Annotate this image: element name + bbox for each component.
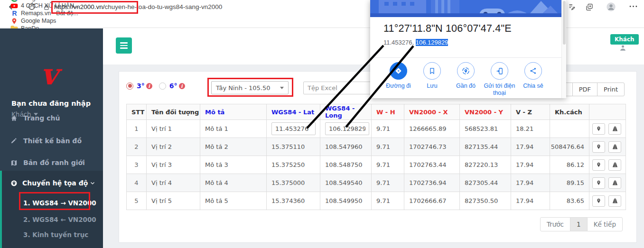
sidebar-item-label: Thiết kế bản đồ — [23, 137, 82, 145]
cell-wgs84-lat: 15.375110 — [267, 138, 320, 156]
cell-w-h: 9.71 — [372, 120, 404, 138]
send-phone-icon — [495, 67, 504, 75]
cell-wgs84-lat: 15.374360 — [267, 192, 320, 210]
show-on-map-button[interactable] — [592, 123, 605, 135]
sidebar-item[interactable]: Bản đồ ranh giới — [0, 155, 103, 171]
cell-description: Mô tả 3 — [200, 156, 267, 174]
sidebar-toggle-button[interactable] — [116, 37, 132, 54]
cell-stt: 3 — [127, 156, 147, 174]
cell-vn2000-y: 827135.44 — [460, 138, 511, 156]
info-icon[interactable] — [146, 83, 152, 89]
route-button[interactable] — [608, 123, 621, 135]
scrollbar-thumb[interactable] — [563, 1, 566, 45]
svg-text:R: R — [12, 10, 17, 17]
sidebar-item[interactable]: Thiết kế bản đồ — [0, 133, 103, 149]
route-button[interactable] — [608, 177, 621, 189]
sidebar-subitem[interactable]: 1. WGS84 → VN2000 — [2, 195, 103, 211]
show-on-map-button[interactable] — [592, 141, 605, 153]
cell-object-name: Vị trí 2 — [147, 138, 200, 156]
radio-label: 6° — [169, 82, 177, 90]
table-row: 1 Vị trí 1 Mô tả 1 9.71 1266665.89 56852… — [127, 120, 626, 138]
nearby-icon — [461, 66, 470, 75]
sidebar-item-coordinate-conversion[interactable]: Chuyển hệ tọa độ — [2, 175, 103, 191]
pin-icon — [596, 198, 601, 204]
action-circle — [390, 62, 407, 80]
projection-radio[interactable]: 6° — [159, 82, 185, 90]
youtube-icon — [10, 2, 18, 9]
road-icon — [612, 144, 618, 150]
browser-menu-icon[interactable] — [629, 5, 637, 8]
cell-distance — [550, 120, 589, 138]
place-action-button[interactable]: Gần đó — [449, 62, 483, 98]
pen-icon — [10, 138, 18, 144]
person-icon — [619, 45, 626, 51]
place-decimal-coordinates[interactable]: 11.453276, 106.129829 — [383, 39, 448, 46]
coordinate-input[interactable] — [271, 122, 316, 135]
sidebar-item-label: Trang chủ — [23, 114, 60, 122]
place-action-button[interactable]: Lưu — [415, 62, 449, 98]
coordinate-input[interactable] — [325, 122, 369, 135]
zone-select-value: Tây Ninh - 105.50 — [216, 84, 270, 92]
cell-distance: 83.65 — [550, 192, 589, 210]
table-header-cell: WGS84 - Long — [320, 104, 372, 120]
cell-actions — [589, 120, 626, 138]
table-header-cell: Mô tả — [200, 104, 267, 120]
cell-description: Mô tả 1 — [200, 120, 267, 138]
site-logo[interactable]: v — [41, 60, 58, 89]
radio-circle — [159, 83, 166, 90]
table-header-cell: V - Z — [511, 104, 550, 120]
table-header-cell: WGS84 - Lat — [267, 104, 320, 120]
excel-file-input[interactable] — [303, 82, 375, 94]
table-header-row: STT Tên đối tượng Mô tả WGS84 - Lat WGS8… — [127, 104, 626, 120]
route-button[interactable] — [608, 159, 621, 171]
sidebar-subitem-label: 1. WGS84 → VN2000 — [23, 199, 96, 207]
export-button[interactable]: Print — [597, 83, 625, 96]
pin-icon — [596, 126, 601, 132]
export-button[interactable]: PDF — [572, 83, 597, 96]
projection-radio[interactable]: 3° — [126, 82, 152, 90]
sidebar-item[interactable]: Trang chủ — [0, 110, 103, 126]
sidebar-group-label: Chuyển hệ tọa độ — [22, 179, 88, 187]
bookmark-item[interactable]: Google Maps — [10, 17, 80, 25]
cell-vn2000-x: 1702763.44 — [404, 156, 460, 174]
cell-vn2000-x: 1266665.89 — [404, 120, 460, 138]
show-on-map-button[interactable] — [592, 159, 605, 171]
profile-avatar[interactable] — [606, 2, 616, 12]
guest-badge: Khách — [610, 34, 639, 45]
place-action-button[interactable]: Chia sẻ — [516, 62, 550, 98]
cell-object-name: Vị trí 4 — [147, 174, 200, 192]
collections-icon[interactable] — [585, 3, 594, 11]
bookmark-icon — [428, 67, 436, 75]
pagination-prev-button[interactable]: Trước — [540, 217, 570, 231]
pagination-next-button[interactable]: Kế tiếp — [587, 217, 623, 231]
show-on-map-button[interactable] — [592, 195, 605, 207]
place-action-button[interactable]: Đường đi — [382, 62, 415, 98]
cell-wgs84-lat: 15.375250 — [267, 156, 320, 174]
info-icon[interactable] — [179, 83, 185, 89]
cell-description: Mô tả 2 — [200, 138, 267, 156]
action-circle — [423, 62, 441, 80]
route-button[interactable] — [608, 195, 621, 207]
table-header-cell: Kh.cách — [550, 104, 589, 120]
sidebar-subitem[interactable]: 3. Kinh tuyến trục — [2, 227, 103, 242]
place-action-button[interactable]: Gửi tới điện thoại — [483, 62, 516, 98]
cell-vn2000-y: 827305.44 — [460, 174, 511, 192]
bookmark-item[interactable]: 4 CÁCH XỬ LÍ HÀN... — [10, 2, 80, 9]
reading-list-icon[interactable] — [568, 3, 576, 11]
cell-vn2000-y: 568523.81 — [460, 120, 511, 138]
pagination-page-1[interactable]: 1 — [570, 217, 588, 231]
bookmark-item[interactable]: R Remaps.vn - Bất độ... — [10, 9, 80, 17]
zone-select[interactable]: Tây Ninh - 105.50 — [211, 81, 289, 94]
pin-icon — [596, 144, 601, 150]
show-on-map-button[interactable] — [592, 177, 605, 189]
table-header-cell: Tên đối tượng — [147, 104, 200, 120]
select-caret-icon — [280, 87, 284, 89]
route-button[interactable] — [608, 141, 621, 153]
action-label: Lưu — [415, 83, 449, 90]
sidebar-subitem-label: 3. Kinh tuyến trục — [23, 231, 88, 239]
bookmark-label: Remaps.vn - Bất độ... — [21, 10, 78, 17]
table-header-cell: VN2000 - Y — [460, 104, 511, 120]
gmaps-place-card: 11°27'11.8"N 106°07'47.4"E 11.453276, 10… — [370, 0, 566, 98]
sidebar-subitem[interactable]: 2. WGS84 ← VN2000 — [2, 212, 103, 227]
cell-description: Mô tả 5 — [200, 192, 267, 210]
